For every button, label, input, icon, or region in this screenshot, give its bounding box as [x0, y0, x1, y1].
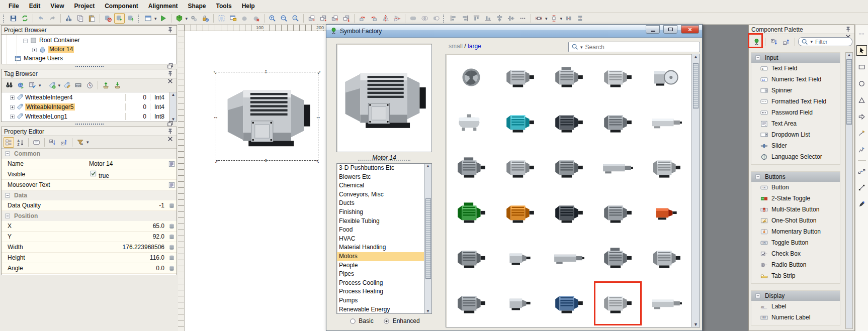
palette-section-header[interactable]: Display — [751, 291, 840, 301]
gears-button[interactable] — [189, 13, 199, 24]
float-button[interactable] — [166, 120, 174, 128]
symbol-motor[interactable] — [447, 190, 495, 236]
palette-item-tab-strip[interactable]: Tab Strip — [751, 270, 840, 281]
category-material-handling[interactable]: Material Handling — [337, 243, 431, 252]
search-input[interactable] — [584, 43, 698, 51]
bind-property-icon[interactable] — [167, 243, 176, 251]
bind-property-icon[interactable] — [167, 254, 176, 262]
preview-splitter[interactable] — [358, 160, 410, 161]
category-finishing[interactable]: Finishing — [337, 208, 431, 217]
scroll-up-icon[interactable]: ▲ — [693, 54, 698, 59]
collapse-all-button[interactable] — [59, 137, 69, 148]
toolbar-grip[interactable] — [443, 15, 445, 23]
menu-edit[interactable]: Edit — [25, 1, 45, 11]
pin-button[interactable] — [166, 128, 174, 135]
chevron-down-icon[interactable]: ▾ — [154, 16, 157, 21]
size-small-link[interactable]: small — [449, 43, 463, 50]
zoom-actual-button[interactable]: 1:1 — [290, 13, 301, 24]
minus-box-icon[interactable] — [4, 150, 12, 158]
shape-union-button[interactable] — [408, 13, 418, 24]
symbol-motor[interactable] — [544, 145, 593, 190]
float-button[interactable] — [166, 62, 174, 70]
palette-item-one-shot-button[interactable]: One-Shot Button — [751, 215, 840, 226]
dots-h-button[interactable] — [856, 29, 867, 39]
align-right-button[interactable] — [460, 13, 470, 24]
tag-add-button[interactable] — [47, 80, 57, 90]
undo-button[interactable] — [36, 13, 46, 24]
expand-toggle-icon[interactable] — [10, 114, 14, 119]
scrollbar-thumb[interactable] — [425, 198, 431, 279]
save-button[interactable] — [8, 13, 19, 24]
basic-radio[interactable]: Basic — [349, 317, 373, 325]
property-section-common[interactable]: Common — [2, 149, 177, 159]
order-back-button[interactable] — [341, 13, 352, 24]
center-vertical-button[interactable] — [506, 13, 516, 24]
tag-edit-button[interactable] — [61, 80, 72, 90]
db-block-button[interactable] — [103, 13, 113, 24]
segment-button[interactable] — [856, 182, 867, 193]
palette-item-numeric-text-field[interactable]: 12Numeric Text Field — [751, 74, 840, 85]
property-row-visible[interactable]: Visible true — [2, 169, 177, 180]
category-food[interactable]: Food — [337, 226, 431, 235]
filter-box[interactable]: ▾ — [798, 37, 852, 46]
chevron-down-icon[interactable]: ▾ — [186, 16, 188, 21]
symbol-motor[interactable] — [642, 55, 691, 100]
category-chemical[interactable]: Chemical — [337, 181, 431, 190]
zoom-in-button[interactable] — [267, 13, 278, 24]
palette-item-check-box[interactable]: Check Box — [751, 248, 840, 259]
center-horizontal-button[interactable] — [494, 13, 505, 24]
symbol-motor[interactable] — [495, 100, 544, 145]
resize-handle[interactable]: ↔ — [213, 114, 219, 120]
property-row-width[interactable]: Width176.223968506 — [2, 242, 177, 253]
symbol-motor[interactable] — [447, 236, 495, 281]
tree-item-motor-14[interactable]: Motor 14 — [2, 45, 177, 54]
expand-all-button[interactable] — [47, 137, 58, 148]
shape-subtract-button[interactable] — [431, 13, 442, 24]
tree-item-manage-users[interactable]: Manage Users — [2, 54, 177, 63]
db-download-button[interactable] — [114, 13, 125, 24]
property-row-y[interactable]: Y92.0 — [2, 232, 177, 242]
property-row-data-quality[interactable]: Data Quality-1 — [2, 200, 177, 211]
tag-row[interactable]: WriteableInteger50Int4 — [2, 102, 177, 112]
paste-button[interactable] — [86, 13, 97, 24]
pin-button[interactable] — [166, 26, 174, 34]
dialog-titlebar[interactable]: Symbol Factory × — [326, 25, 702, 38]
palette-item-radio-button[interactable]: Radio Button — [751, 259, 840, 270]
scroll-down-icon[interactable]: ▼ — [426, 309, 430, 313]
zoom-out-button[interactable] — [279, 13, 289, 24]
category-3-d-pushbuttons-etc[interactable]: 3-D Pushbuttons Etc — [337, 164, 431, 173]
property-row-mouseover-text[interactable]: Mouseover Text — [2, 180, 177, 190]
scroll-up-icon[interactable]: ▲ — [847, 53, 851, 57]
symbol-motor[interactable] — [593, 190, 642, 236]
category-renewable-energy[interactable]: Renewable Energy — [337, 305, 431, 314]
symbol-motor[interactable] — [495, 145, 544, 190]
circle-tool-button[interactable] — [856, 78, 867, 89]
scroll-up-icon[interactable]: ▲ — [426, 164, 430, 168]
table-check-button[interactable] — [27, 80, 38, 90]
symbol-motor[interactable] — [544, 281, 593, 326]
shape-intersect-button[interactable] — [419, 13, 430, 24]
symbol-search-box[interactable]: ▾ — [568, 42, 700, 52]
flip-vertical-button[interactable] — [392, 13, 402, 24]
maximize-button[interactable] — [663, 25, 677, 34]
arrow-tool-button[interactable] — [856, 112, 867, 122]
opc-button[interactable]: OPC — [73, 80, 83, 90]
cut-button[interactable] — [63, 13, 74, 24]
symbol-motor[interactable] — [544, 236, 593, 281]
order-front-button[interactable] — [329, 13, 340, 24]
pen-button[interactable] — [856, 199, 867, 209]
scrollbar-thumb[interactable] — [846, 59, 852, 125]
property-value[interactable]: 0.0 — [87, 265, 166, 272]
symbol-motor[interactable] — [495, 190, 544, 236]
minus-box-icon[interactable] — [754, 54, 762, 62]
minus-box-icon[interactable] — [754, 173, 762, 181]
triangle-tool-button[interactable] — [856, 95, 867, 105]
expand-toggle-icon[interactable] — [10, 95, 14, 99]
enhanced-radio[interactable]: Enhanced — [383, 317, 420, 325]
chevron-down-icon[interactable]: ▾ — [86, 140, 89, 145]
symbol-motor[interactable] — [642, 190, 691, 236]
palette-item-multi-state-button[interactable]: AMulti-State Button — [751, 204, 840, 215]
rect-tool-button[interactable] — [856, 62, 867, 72]
rotate-right-button[interactable] — [369, 13, 379, 24]
bind-property-icon[interactable] — [167, 222, 176, 230]
